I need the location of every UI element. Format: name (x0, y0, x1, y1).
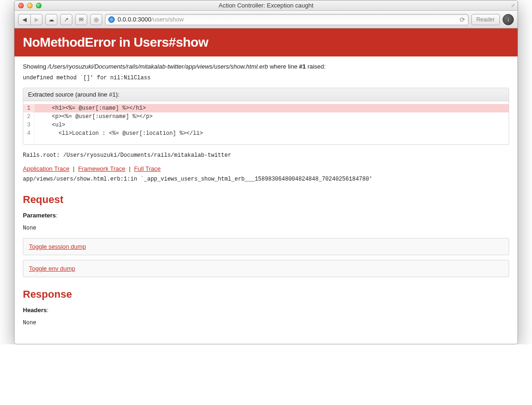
rails-root: Rails.root: /Users/ryosuzuki/Documents/r… (23, 152, 509, 159)
application-trace-link[interactable]: Application Trace (23, 165, 70, 172)
source-extract: Extracted source (around line #1): 1 <h1… (23, 88, 509, 145)
downloads-button[interactable]: ↓ (503, 14, 514, 25)
showing-middle: where line (270, 63, 297, 70)
showing-prefix: Showing (23, 63, 46, 70)
showing-path: /Users/ryosuzuki/Documents/rails/mitakal… (48, 63, 268, 70)
line-number: 3 (23, 121, 35, 129)
source-table: 1 <h1><%= @user[:name] %></h1> 2 <p><%= … (23, 101, 509, 144)
address-path: /users/show (151, 16, 183, 23)
headers-row: Headers: (23, 307, 509, 314)
back-button[interactable]: ◀ (18, 14, 30, 25)
error-message: undefined method `[]' for nil:NilClass (23, 75, 509, 81)
forward-button[interactable]: ▶ (30, 14, 42, 25)
line-code: <p><%= @user[:username] %></p> (35, 112, 509, 121)
parameters-label: Parameters (23, 212, 56, 219)
line-code: <ul> (35, 121, 509, 129)
error-title: NoMethodError in Users#show (23, 35, 509, 50)
trace-line: app/views/users/show.html.erb:1:in `_app… (23, 176, 509, 182)
web-inspector-button[interactable]: ◎ (90, 14, 102, 25)
showing-line-number: #1 (299, 63, 306, 70)
parameters-row: Parameters: (23, 212, 509, 219)
extracted-source-label: Extracted source (around line #1): (23, 88, 509, 101)
headers-value: None (23, 320, 509, 326)
toggle-session-link[interactable]: Toggle session dump (29, 243, 86, 250)
share-icon: ↗ (64, 16, 69, 23)
trace-links: Application Trace | Framework Trace | Fu… (23, 165, 509, 172)
line-number: 1 (23, 104, 35, 112)
address-bar[interactable]: 0.0.0.0:3000/users/show ⟳ (105, 14, 469, 25)
content-area: Showing /Users/ryosuzuki/Documents/rails… (14, 56, 518, 344)
download-arrow-icon: ↓ (507, 16, 510, 23)
toggle-session-dump: Toggle session dump (23, 238, 509, 255)
minimize-window-button[interactable] (27, 3, 33, 8)
address-host: 0.0.0.0:3000 (118, 16, 151, 23)
showing-suffix: raised: (308, 63, 326, 70)
headers-label: Headers (23, 307, 47, 314)
icloud-button[interactable]: ☁ (45, 14, 57, 25)
traffic-lights (14, 3, 42, 8)
error-header: NoMethodError in Users#show (14, 28, 518, 56)
line-number: 4 (23, 129, 35, 138)
line-number: 2 (23, 112, 35, 121)
source-line: 2 <p><%= @user[:username] %></p> (23, 112, 509, 121)
target-icon: ◎ (94, 16, 98, 23)
source-line: 4 <li>Location : <%= @user[:location] %>… (23, 129, 509, 138)
separator: | (71, 165, 76, 172)
full-trace-link[interactable]: Full Trace (134, 165, 161, 172)
share-button[interactable]: ↗ (60, 14, 72, 25)
separator: | (127, 165, 132, 172)
toggle-env-link[interactable]: Toggle env dump (29, 265, 75, 272)
response-heading: Response (23, 288, 509, 300)
showing-line: Showing /Users/ryosuzuki/Documents/rails… (23, 63, 509, 70)
cloud-icon: ☁ (49, 16, 54, 23)
envelope-icon: ✉ (79, 16, 84, 23)
zoom-window-button[interactable] (36, 3, 42, 8)
toggle-env-dump: Toggle env dump (23, 260, 509, 277)
line-code: <li>Location : <%= @user[:location] %></… (35, 129, 509, 138)
mail-button[interactable]: ✉ (75, 14, 87, 25)
line-code: <h1><%= @user[:name] %></h1> (35, 104, 509, 112)
chevron-right-icon: ▶ (35, 16, 39, 23)
page-body: NoMethodError in Users#show Showing /Use… (14, 28, 518, 344)
chevron-left-icon: ◀ (22, 16, 27, 23)
site-icon (108, 16, 115, 23)
framework-trace-link[interactable]: Framework Trace (78, 165, 125, 172)
source-line: 1 <h1><%= @user[:name] %></h1> (23, 104, 509, 112)
window-titlebar: Action Controller: Exception caught ⤢ (14, 0, 518, 11)
source-line: 3 <ul> (23, 121, 509, 129)
browser-toolbar: ◀ ▶ ☁ ↗ ✉ ◎ 0.0.0.0:3000/users/show ⟳ Re… (14, 11, 518, 28)
window-title: Action Controller: Exception caught (14, 2, 518, 9)
request-heading: Request (23, 194, 509, 206)
browser-window: Action Controller: Exception caught ⤢ ◀ … (14, 0, 518, 344)
reader-label: Reader (476, 16, 495, 23)
parameters-value: None (23, 225, 509, 231)
reload-icon[interactable]: ⟳ (460, 16, 465, 23)
close-window-button[interactable] (18, 3, 24, 8)
extracted-source-label-text: Extracted source (around line #1): (28, 91, 119, 98)
fullscreen-icon[interactable]: ⤢ (511, 3, 515, 8)
reader-button[interactable]: Reader (471, 14, 500, 25)
nav-buttons: ◀ ▶ (18, 14, 42, 25)
